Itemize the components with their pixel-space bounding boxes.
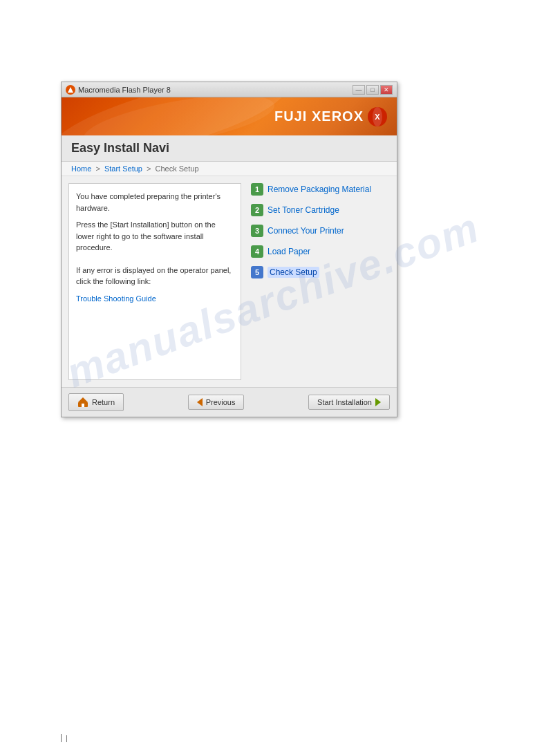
breadcrumb: Home > Start Setup > Check Setup [62,162,397,176]
app-title-bar: Easy Install Navi [62,135,397,162]
page-number: | [61,734,68,742]
step-3-link[interactable]: Connect Your Printer [268,226,344,236]
error-text: If any error is displayed on the operato… [76,265,234,287]
previous-button[interactable]: Previous [188,395,245,410]
return-button[interactable]: Return [68,393,124,411]
step-1: 1 Remove Packaging Material [251,183,390,196]
xerox-logo-icon: X [366,106,388,128]
step-5-number: 5 [251,266,263,278]
trouble-shooting-link[interactable]: Trouble Shooting Guide [76,294,156,303]
previous-label: Previous [206,398,236,406]
left-panel: You have completed preparing the printer… [68,183,241,380]
breadcrumb-start-setup[interactable]: Start Setup [104,164,142,173]
window-title: Macromedia Flash Player 8 [78,86,171,94]
app-content: Easy Install Navi Home > Start Setup > C… [62,135,397,417]
titlebar-buttons: — □ ✕ [353,85,393,95]
app-title: Easy Install Navi [71,141,387,155]
titlebar-left: Macromedia Flash Player 8 [66,85,171,95]
start-arrow-icon [375,398,381,406]
footer-bar: Return Previous Start Installation [62,387,397,417]
logo-text: FUJI Xerox [274,108,364,124]
svg-marker-0 [68,87,73,93]
flash-player-window: Macromedia Flash Player 8 — □ ✕ FUJI Xer… [61,82,397,417]
left-panel-text1: You have completed preparing the printer… [76,191,234,214]
step-2: 2 Set Toner Cartridge [251,204,390,216]
minimize-button[interactable]: — [353,85,365,95]
left-panel-text2: Press the [Start Installation] button on… [76,219,234,254]
titlebar: Macromedia Flash Player 8 — □ ✕ [62,82,397,97]
step-4-link[interactable]: Load Paper [268,247,310,256]
step-5-link[interactable]: Check Setup [268,267,319,278]
svg-marker-5 [78,397,88,402]
step-2-link[interactable]: Set Toner Cartridge [268,205,339,215]
previous-arrow-icon [197,398,203,406]
return-icon [77,397,88,408]
step-4-number: 4 [251,245,263,258]
step-3-number: 3 [251,225,263,237]
breadcrumb-sep-1: > [95,164,100,173]
close-button[interactable]: ✕ [380,85,393,95]
step-1-number: 1 [251,183,263,196]
step-2-number: 2 [251,204,263,216]
step-4: 4 Load Paper [251,245,390,258]
start-installation-button[interactable]: Start Installation [308,395,390,410]
logo-area: FUJI Xerox X [274,106,388,128]
start-label: Start Installation [317,398,372,406]
app-icon [66,85,75,95]
header-banner: FUJI Xerox X [62,97,397,135]
breadcrumb-home[interactable]: Home [71,164,91,173]
main-content: You have completed preparing the printer… [62,176,397,387]
svg-text:X: X [375,113,380,121]
left-panel-section2: If any error is displayed on the operato… [76,265,234,305]
step-1-link[interactable]: Remove Packaging Material [268,185,371,194]
restore-button[interactable]: □ [366,85,379,95]
breadcrumb-current: Check Setup [156,164,199,173]
return-label: Return [92,398,115,406]
right-panel: 1 Remove Packaging Material 2 Set Toner … [241,183,390,380]
breadcrumb-sep-2: > [147,164,151,173]
step-5: 5 Check Setup [251,266,390,278]
svg-rect-6 [82,404,84,407]
step-3: 3 Connect Your Printer [251,225,390,237]
